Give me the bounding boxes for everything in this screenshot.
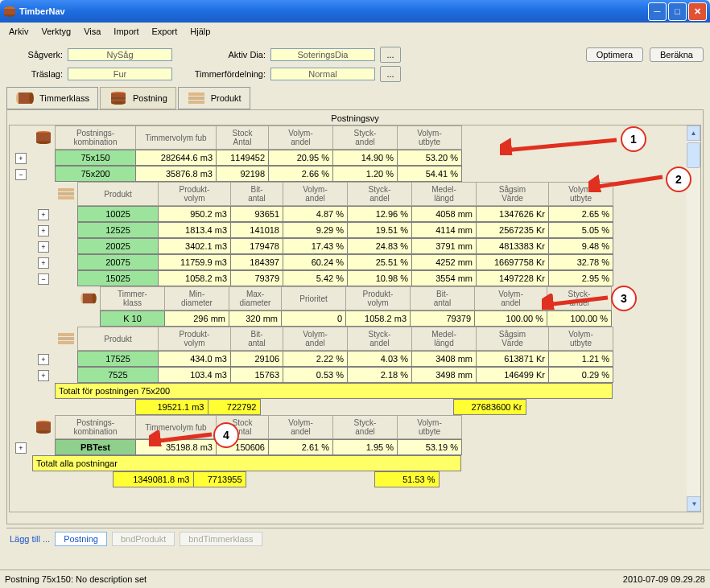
menu-export[interactable]: Export [147, 25, 184, 38]
expand-button[interactable]: + [38, 370, 49, 381]
menu-visa[interactable]: Visa [78, 25, 106, 38]
tab-timmerklass[interactable]: Timmerklass [6, 87, 98, 109]
postning-name[interactable]: 75x200 [56, 167, 136, 182]
lumber-icon [56, 186, 76, 202]
bottom-tab-bndtimmer[interactable]: bndTimmerklass [180, 532, 262, 546]
svg-rect-11 [188, 97, 204, 100]
scroll-up-button[interactable]: ▲ [687, 125, 700, 141]
cell: 2.65 % [549, 207, 613, 222]
cell: 722792 [208, 400, 260, 415]
close-button[interactable]: ✕ [688, 2, 707, 21]
window-title: TimberNav [19, 6, 65, 16]
expand-button[interactable]: + [38, 225, 49, 236]
cell: 15763 [231, 368, 283, 383]
produkt-name[interactable]: 20075 [78, 255, 159, 270]
hdr-stockantal: StockAntal [217, 126, 269, 150]
cell: 320 mm [229, 311, 282, 327]
bottom-tab-postning[interactable]: Postning [55, 532, 107, 546]
laggtill-label: Lägg till ... [10, 534, 50, 544]
cell: 1.95 % [333, 440, 398, 455]
hdr-sa: Styck-andel [348, 183, 412, 206]
cell: 2.22 % [283, 352, 348, 367]
menu-arkiv[interactable]: Arkiv [3, 25, 34, 38]
cell: 79379 [231, 271, 283, 286]
totals-label: Totalt för postningen 75x200 [56, 384, 613, 399]
menu-verktyg[interactable]: Verktyg [35, 25, 76, 38]
hdr-produktvolym: Produkt-volym [159, 183, 231, 206]
expand-button[interactable]: + [15, 153, 27, 164]
collapse-button[interactable]: − [15, 169, 27, 180]
menu-import[interactable]: Import [108, 25, 144, 38]
postning-name[interactable]: 75x150 [56, 150, 136, 166]
cell: 3554 mm [412, 271, 477, 286]
traslag-field[interactable]: Fur [68, 68, 172, 80]
tab-postning[interactable]: Postning [100, 87, 176, 109]
cell: 2.95 % [549, 271, 613, 286]
optimera-button[interactable]: Optimera [586, 47, 643, 62]
svg-point-26 [92, 294, 96, 303]
cell: 4114 mm [412, 223, 477, 238]
hdr-min: Min-diameter [165, 287, 229, 310]
hdr-max: Max-diameter [229, 287, 282, 310]
berakna-button[interactable]: Beräkna [650, 47, 704, 62]
maximize-button[interactable]: □ [668, 2, 687, 21]
expand-button[interactable]: + [38, 257, 49, 269]
cell: 9.48 % [549, 239, 613, 254]
tk-name[interactable]: K 10 [101, 311, 165, 327]
svg-rect-29 [58, 341, 74, 344]
produkt-name[interactable]: 12525 [78, 223, 159, 238]
cell: 146499 Kr [477, 368, 549, 383]
cell: 4252 mm [412, 255, 477, 270]
cell: 53.19 % [398, 440, 462, 455]
expand-button[interactable]: + [38, 209, 49, 220]
cell: 53.20 % [398, 150, 462, 166]
produkt-name[interactable]: 15025 [78, 271, 159, 286]
cell: 613871 Kr [477, 352, 549, 367]
bottom-tab-bndprodukt[interactable]: bndProdukt [112, 532, 175, 546]
svg-line-16 [546, 298, 608, 305]
traslag-label: Träslag: [6, 69, 63, 79]
aktivdia-browse-button[interactable]: ... [380, 47, 401, 63]
expand-button[interactable]: − [38, 273, 49, 285]
expand-button[interactable]: + [15, 442, 27, 454]
produkt-name[interactable]: 7525 [78, 368, 159, 383]
totals-label: Totalt alla postningar [33, 456, 461, 471]
cell: 3402.1 m3 [159, 239, 231, 254]
produkt-name[interactable]: 17525 [78, 352, 159, 367]
svg-line-14 [504, 140, 617, 150]
hdr-timmervolym: Timmervolym fub [136, 126, 217, 150]
panel-title: Postningsvy [9, 112, 701, 125]
hdr-va: Volym-andel [283, 183, 348, 206]
cell: 1347626 Kr [477, 207, 549, 222]
cell: 282644.6 m3 [136, 150, 217, 166]
produkt-name[interactable]: 10025 [78, 207, 159, 222]
cell: 179478 [231, 239, 283, 254]
log-icon [79, 292, 98, 305]
hdr-sa: Styck-andel [348, 327, 412, 351]
hdr-sagsim: SågsimVärde [477, 327, 549, 351]
hdr-postnings: Postnings-kombination [56, 126, 136, 150]
menu-hjalp[interactable]: Hjälp [184, 25, 216, 38]
lumber-icon [56, 331, 76, 347]
aktivdia-field[interactable]: SoteringsDia [270, 48, 375, 61]
svg-rect-10 [188, 93, 204, 96]
produkt-name[interactable]: 20025 [78, 239, 159, 254]
cell: 60.24 % [283, 255, 348, 270]
cell: 19.51 % [348, 223, 412, 238]
scroll-thumb[interactable] [687, 142, 700, 168]
hdr-sagsim: SågsimVärde [477, 183, 549, 206]
tab-produkt[interactable]: Produkt [178, 87, 250, 109]
expand-button[interactable]: + [38, 354, 49, 365]
sagverk-label: Sågverk: [6, 50, 63, 60]
minimize-button[interactable]: ─ [648, 2, 667, 21]
cell: 100.00 % [475, 311, 547, 327]
postning-name[interactable]: PBTest [56, 440, 136, 455]
hdr-va: Volym-andel [475, 287, 547, 310]
cell: 2.66 % [269, 167, 333, 182]
timmerf-field[interactable]: Normal [270, 68, 375, 80]
expand-button[interactable]: + [38, 241, 49, 253]
cell: 0.29 % [549, 368, 613, 383]
timmerf-browse-button[interactable]: ... [380, 66, 401, 82]
sagverk-field[interactable]: NySåg [68, 48, 172, 61]
scroll-down-button[interactable]: ▼ [687, 496, 701, 512]
